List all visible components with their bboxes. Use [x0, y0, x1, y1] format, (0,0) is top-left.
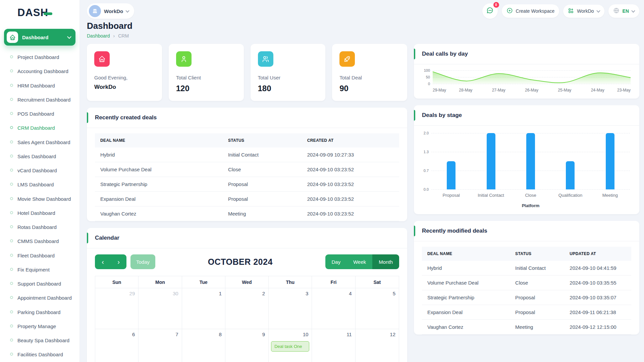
table-cell: Close [223, 162, 302, 177]
y-tick-label: 50 [418, 75, 430, 79]
calendar-day-header: Wed [225, 276, 269, 288]
x-tick-label: Initial Contact [471, 193, 511, 198]
messages-button[interactable]: 0 [482, 3, 498, 19]
sidebar-item-facilities-dashboard[interactable]: Facilities Dashboard [0, 348, 79, 362]
sidebar-item-project-dashboard[interactable]: Project Dashboard [0, 50, 79, 64]
sidebar-item-label: Project Dashboard [17, 54, 59, 61]
y-gridline [431, 189, 630, 190]
sidebar-item-cmms-dashboard[interactable]: CMMS Dashboard [0, 234, 79, 248]
stat-label: Total Client [176, 75, 236, 80]
circle-icon [10, 211, 13, 214]
circle-icon [10, 268, 13, 271]
workspace-menu-button[interactable]: WorkDo [563, 5, 604, 18]
bar-meeting [606, 133, 614, 189]
brand-logo[interactable]: DASH [0, 0, 79, 25]
sidebar-item-rotas-dashboard[interactable]: Rotas Dashboard [0, 220, 79, 234]
calendar-day-cell[interactable]: 12 [356, 329, 399, 362]
table-row: Expansion DealProposal2024-09-10 03:23:5… [95, 192, 399, 206]
sidebar-item-label: Accounting Dashboard [17, 68, 68, 75]
calendar-day-cell[interactable]: 5 [356, 288, 399, 329]
sidebar-item-parking-dashboard[interactable]: Parking Dashboard [0, 305, 79, 319]
calendar-today-button[interactable]: Today [130, 254, 155, 269]
column-header: DEAL NAME [95, 133, 223, 147]
calendar-panel: Calendar ‹ › Today OCTOBE [87, 228, 407, 362]
sidebar-item-property-manage[interactable]: Property Manage [0, 319, 79, 334]
bar-qualification [566, 161, 575, 189]
language-selector[interactable]: EN [608, 4, 639, 18]
sidebar-item-label: POS Dashboard [17, 111, 54, 117]
sidebar-item-fleet-dashboard[interactable]: Fleet Dashboard [0, 249, 79, 263]
sidebar-item-sales-dashboard[interactable]: Sales Dashboard [0, 149, 79, 164]
sidebar-item-accounting-dashboard[interactable]: Accounting Dashboard [0, 64, 79, 78]
calendar-day-cell[interactable]: 11 [312, 329, 355, 362]
sidebar-item-crm-dashboard[interactable]: CRM Dashboard [0, 121, 79, 135]
workspace-switcher[interactable]: WorkDo [87, 3, 134, 19]
calendar-date: 7 [175, 331, 178, 337]
table-head: DEAL NAMESTATUSUPDATED AT [422, 247, 631, 261]
calendar-day-cell[interactable]: 10Deal task One [269, 329, 312, 362]
calendar-view-month[interactable]: Month [372, 254, 399, 269]
sidebar-item-beauty-spa-dashboard[interactable]: Beauty Spa Dashboard [0, 334, 79, 348]
sidebar-item-lms-dashboard[interactable]: LMS Dashboard [0, 178, 79, 192]
calendar-month-title: OCTOBER 2024 [155, 257, 325, 267]
table-cell: Hybrid [422, 261, 510, 276]
circle-icon [10, 55, 13, 58]
sidebar-item-label: HRM Dashboard [17, 82, 55, 89]
calendar-date: 6 [132, 331, 135, 337]
bar-initial-contact [487, 133, 495, 189]
calendar-day-cell[interactable]: 1 [182, 288, 225, 329]
sidebar-item-movie-show-dashboard[interactable]: Movie Show Dashboard [0, 192, 79, 206]
breadcrumb-link-dashboard[interactable]: Dashboard [87, 33, 110, 39]
calendar-day-cell[interactable]: 2 [225, 288, 269, 329]
sidebar-item-fix-equipment[interactable]: Fix Equipment [0, 263, 79, 277]
sidebar-item-label: Parking Dashboard [17, 309, 60, 316]
circle-icon [10, 310, 13, 313]
calendar-day-cell[interactable]: 30 [139, 288, 182, 329]
table-cell: Expansion Deal [422, 305, 510, 320]
sidebar-item-hotel-dashboard[interactable]: Hotel Dashboard [0, 206, 79, 220]
circle-icon [10, 140, 13, 143]
x-tick-label: Proposal [431, 193, 471, 198]
table-cell: Strategic Partnership [422, 290, 510, 305]
sidebar-item-support-dashboard[interactable]: Support Dashboard [0, 277, 79, 291]
top-bar-actions: 0 Create Workspace WorkDo [482, 3, 639, 19]
sidebar-item-dashboard[interactable]: Dashboard [4, 29, 75, 46]
stat-value: 90 [339, 84, 400, 93]
panel-title: Recently modified deals [414, 221, 639, 241]
sidebar-item-label: CRM Dashboard [17, 125, 55, 131]
circle-icon [10, 225, 13, 228]
calendar-next-button[interactable]: › [111, 254, 126, 269]
sidebar-item-label: Sales Dashboard [17, 153, 56, 160]
sidebar-item-vcard-dashboard[interactable]: vCard Dashboard [0, 164, 79, 178]
calendar-day-cell[interactable]: 6 [95, 329, 139, 362]
table-cell: Strategic Partnership [95, 177, 223, 192]
x-tick-label: 26-May [525, 88, 538, 93]
calendar-day-cell[interactable]: 4 [312, 288, 355, 329]
calendar-day-cell[interactable]: 7 [139, 329, 182, 362]
sidebar-item-appointment-dashboard[interactable]: Appointment Dashboard [0, 291, 79, 305]
sidebar-item-sales-agent-dashboard[interactable]: Sales Agent Dashboard [0, 135, 79, 149]
table-cell: Proposal [510, 305, 564, 320]
x-tick-label: Qualification [550, 193, 590, 198]
calendar-date: 11 [346, 331, 352, 337]
sidebar-item-hrm-dashboard[interactable]: HRM Dashboard [0, 79, 79, 93]
panel-title: Recently created deals [87, 108, 407, 128]
calendar-day-cell[interactable]: 29 [95, 288, 139, 329]
calendar-date: 2 [262, 291, 265, 296]
calendar-event[interactable]: Deal task One [271, 341, 309, 352]
area-series [433, 70, 631, 84]
calendar-day-cell[interactable]: 3 [269, 288, 312, 329]
calendar-view-week[interactable]: Week [347, 254, 372, 269]
calendar-day-cell[interactable]: 9 [225, 329, 269, 362]
sidebar-item-recruitment-dashboard[interactable]: Recruitment Dashboard [0, 93, 79, 107]
circle-icon [10, 169, 13, 172]
calendar-day-cell[interactable]: 8 [182, 329, 225, 362]
language-code: EN [623, 8, 629, 14]
calendar-prev-button[interactable]: ‹ [95, 254, 111, 269]
calendar-view-day[interactable]: Day [325, 254, 347, 269]
plus-circle-icon [506, 7, 513, 15]
sidebar-item-pos-dashboard[interactable]: POS Dashboard [0, 107, 79, 121]
table-row: Expansion DealProposal2024-09-11 06:21:3… [422, 305, 631, 320]
circle-icon [10, 126, 13, 129]
create-workspace-button[interactable]: Create Workspace [502, 4, 559, 18]
